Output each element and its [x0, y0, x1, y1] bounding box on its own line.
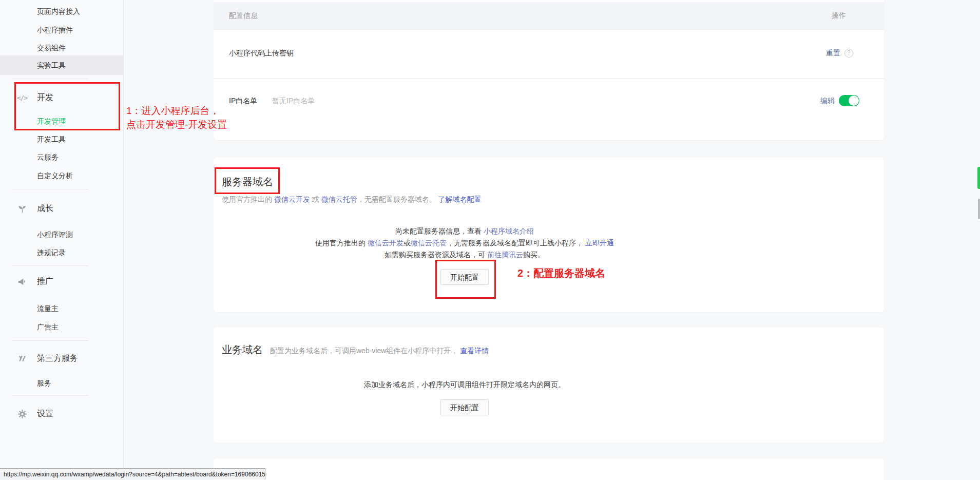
- activate-now-link[interactable]: 立即开通: [585, 239, 614, 247]
- desc-text: 配置为业务域名后，可调用web-view组件在小程序中打开，: [270, 347, 460, 355]
- sidebar-divider: [12, 340, 88, 341]
- sidebar-item-dev-tools[interactable]: 开发工具: [37, 132, 66, 146]
- empty-text: 如需购买服务器资源及域名，可: [385, 251, 487, 259]
- empty-text: 使用官方推出的: [315, 239, 368, 247]
- empty-text: 或: [403, 239, 411, 247]
- sidebar-section-develop[interactable]: 开发: [37, 91, 53, 104]
- status-url-bar: https://mp.weixin.qq.com/wxamp/wedata/lo…: [0, 468, 265, 479]
- sidebar-divider: [12, 79, 88, 79]
- config-info-card: 配置信息 操作 小程序代码上传密钥 重置 ? IP白名单 暂无IP白名单 编辑: [214, 0, 884, 140]
- sidebar-item-trade-components[interactable]: 交易组件: [37, 41, 66, 54]
- ip-whitelist-toggle[interactable]: [839, 95, 859, 106]
- wechat-mp-console: 页面内容接入 小程序插件 交易组件 实验工具 </> 开发 开发管理 开发工具 …: [0, 0, 980, 480]
- annotation-step1: 1：进入小程序后台， 点击开发管理-开发设置: [126, 104, 227, 131]
- annotation-step1-line2: 点击开发管理-开发设置: [126, 118, 227, 131]
- tencent-cloud-link[interactable]: 前往腾讯云: [487, 251, 523, 259]
- sidebar-item-experiment-tools[interactable]: 实验工具: [37, 59, 66, 72]
- sidebar-item-page-content[interactable]: 页面内容接入: [37, 5, 80, 18]
- wechat-cloud-dev-link[interactable]: 微信云开发: [368, 239, 403, 247]
- server-domain-desc: 使用官方推出的 微信云开发 或 微信云托管，无需配置服务器域名。 了解域名配置: [222, 194, 482, 204]
- sidebar-item-violation-records[interactable]: 违规记录: [37, 246, 66, 259]
- upload-key-actions: 重置 ?: [826, 47, 853, 59]
- sidebar-section-growth[interactable]: 成长: [37, 202, 53, 215]
- sidebar-divider: [12, 265, 88, 266]
- sidebar-divider: [12, 395, 88, 396]
- wechat-cloud-hosting-link[interactable]: 微信云托管: [321, 195, 357, 203]
- sidebar-divider: [12, 189, 88, 189]
- row-divider: [214, 78, 884, 79]
- business-domain-title-row: 业务域名 配置为业务域名后，可调用web-view组件在小程序中打开， 查看详情: [222, 343, 489, 357]
- server-domain-empty-state: 尚未配置服务器信息，查看 小程序域名介绍 使用官方推出的 微信云开发或微信云托管…: [214, 225, 716, 261]
- business-domain-title: 业务域名: [222, 343, 263, 357]
- scrollbar-thumb[interactable]: [978, 199, 980, 219]
- sidebar-item-cloud-services[interactable]: 云服务: [37, 150, 59, 164]
- sidebar-item-services[interactable]: 服务: [37, 376, 51, 390]
- wechat-cloud-dev-link[interactable]: 微信云开发: [274, 195, 310, 203]
- next-card-partial: [214, 458, 884, 480]
- business-domain-card: 业务域名 配置为业务域名后，可调用web-view组件在小程序中打开， 查看详情…: [214, 328, 884, 443]
- view-details-link[interactable]: 查看详情: [460, 347, 489, 355]
- config-card-header: 配置信息 操作: [214, 2, 884, 30]
- desc-text: ，无需配置服务器域名。: [357, 195, 438, 203]
- sidebar-section-promotion[interactable]: 推广: [37, 275, 53, 288]
- server-domain-card: 服务器域名 使用官方推出的 微信云开发 或 微信云托管，无需配置服务器域名。 了…: [214, 158, 884, 312]
- learn-domain-config-link[interactable]: 了解域名配置: [438, 195, 482, 203]
- sidebar-item-traffic-master[interactable]: 流量主: [37, 302, 59, 315]
- business-domain-empty-state: 添加业务域名后，小程序内可调用组件打开限定域名内的网页。: [214, 379, 716, 391]
- ip-whitelist-value: 暂无IP白名单: [272, 95, 315, 106]
- business-domain-button-row: 开始配置: [214, 399, 716, 415]
- floating-widget-sliver[interactable]: [977, 167, 980, 189]
- sidebar-section-settings[interactable]: 设置: [37, 407, 53, 420]
- ip-whitelist-label: IP白名单: [229, 95, 257, 106]
- edit-link[interactable]: 编辑: [820, 95, 835, 106]
- server-domain-button-row: 开始配置: [214, 269, 716, 285]
- sidebar-item-dev-management[interactable]: 开发管理: [37, 114, 66, 128]
- start-config-business-button[interactable]: 开始配置: [440, 399, 489, 415]
- sidebar-item-plugins[interactable]: 小程序插件: [37, 23, 73, 36]
- start-config-server-button[interactable]: 开始配置: [440, 269, 489, 285]
- desc-text: 或: [310, 195, 321, 203]
- megaphone-icon: [16, 276, 28, 287]
- sidebar-item-custom-analysis[interactable]: 自定义分析: [37, 169, 73, 182]
- sidebar-item-miniapp-evaluation[interactable]: 小程序评测: [37, 228, 73, 241]
- help-icon[interactable]: ?: [844, 49, 853, 57]
- empty-text: ，无需服务器及域名配置即可上线小程序，: [447, 239, 585, 247]
- config-info-header-label: 配置信息: [229, 2, 258, 29]
- sidebar-section-third-party[interactable]: 第三方服务: [37, 352, 78, 365]
- wechat-cloud-hosting-link[interactable]: 微信云托管: [411, 239, 447, 247]
- empty-text: 购买。: [523, 251, 545, 259]
- upload-key-label: 小程序代码上传密钥: [229, 47, 294, 59]
- business-domain-desc: 配置为业务域名后，可调用web-view组件在小程序中打开， 查看详情: [270, 347, 489, 356]
- third-party-icon: [16, 353, 28, 364]
- ip-whitelist-actions: 编辑: [820, 95, 859, 106]
- action-column-header: 操作: [832, 2, 846, 29]
- domain-intro-link[interactable]: 小程序域名介绍: [484, 227, 534, 235]
- gear-icon: [16, 408, 28, 419]
- annotation-step1-line1: 1：进入小程序后台，: [126, 104, 227, 118]
- sprout-icon: [16, 203, 28, 214]
- empty-text: 添加业务域名后，小程序内可调用组件打开限定域名内的网页。: [214, 379, 716, 391]
- empty-text: 尚未配置服务器信息，查看: [395, 227, 484, 235]
- code-icon: </>: [16, 92, 28, 103]
- annotation-step2: 2：配置服务器域名: [517, 266, 605, 280]
- reset-link[interactable]: 重置: [826, 47, 840, 59]
- sidebar-item-advertiser[interactable]: 广告主: [37, 320, 59, 334]
- server-domain-title: 服务器域名: [222, 175, 273, 189]
- sidebar: 页面内容接入 小程序插件 交易组件 实验工具 </> 开发 开发管理 开发工具 …: [0, 0, 124, 480]
- desc-text: 使用官方推出的: [222, 195, 274, 203]
